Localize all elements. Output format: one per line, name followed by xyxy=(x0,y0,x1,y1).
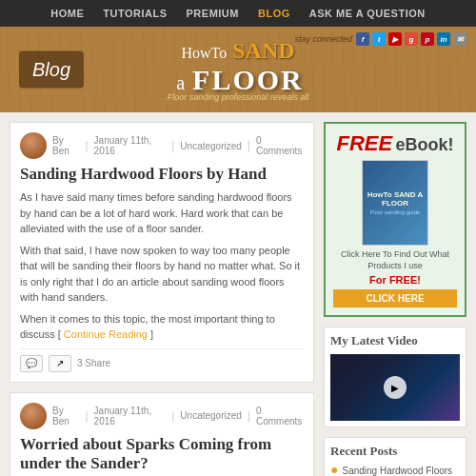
article-2-meta: By Ben | January 11th, 2016 | Uncategori… xyxy=(20,403,304,429)
social-email-icon[interactable]: ✉ xyxy=(453,32,466,46)
social-youtube-icon[interactable]: ▶ xyxy=(388,32,402,46)
nav-blog[interactable]: BLOG xyxy=(258,8,290,19)
ebook-free-label: FREE xyxy=(336,131,392,155)
latest-video-widget: My Latest Video ▶ xyxy=(324,327,466,427)
stay-connected-label: stay connected f t ▶ g p in ✉ xyxy=(294,32,466,46)
site-logo: HowTo SAND a FLOOR Floor sanding profess… xyxy=(168,38,309,102)
ebook-click-button[interactable]: CLICK HERE xyxy=(333,289,457,307)
social-google-icon[interactable]: g xyxy=(405,32,418,46)
logo-floor: FLOOR xyxy=(192,64,304,96)
article-2-title: Worried about Sparks Coming from under t… xyxy=(20,435,304,474)
article-2-author: By Ben xyxy=(52,406,79,426)
nav-tutorials[interactable]: TUTORIALS xyxy=(103,8,167,19)
top-nav: HOME TUTORIALS PREMIUM BLOG ASK ME A QUE… xyxy=(0,0,476,27)
ebook-description: Click Here To Find Out What Products I u… xyxy=(333,249,457,271)
article-1-body2: With that said, I have now spoken to way… xyxy=(20,243,304,306)
article-1-category: Uncategorized xyxy=(180,141,241,151)
ebook-widget: FREE eBook! HowTo SAND A FLOOR Floor san… xyxy=(324,122,466,317)
site-header: stay connected f t ▶ g p in ✉ Blog HowTo… xyxy=(0,27,476,112)
author-avatar-2 xyxy=(20,403,47,429)
share-count-1: 3 Share xyxy=(77,358,110,368)
ebook-ebook-label: eBook! xyxy=(396,135,454,154)
article-2: By Ben | January 11th, 2016 | Uncategori… xyxy=(10,392,314,476)
video-section-title: My Latest Video xyxy=(330,333,460,348)
articles-column: By Ben | January 11th, 2016 | Uncategori… xyxy=(10,122,314,476)
article-2-date: January 11th, 2016 xyxy=(94,406,167,426)
article-1-continue[interactable]: Continue Reading xyxy=(64,328,148,340)
article-1-footer: 💬 ↗ 3 Share xyxy=(20,348,304,372)
article-1-meta: By Ben | January 11th, 2016 | Uncategori… xyxy=(20,132,304,159)
recent-dot-1: ● xyxy=(330,463,338,476)
sidebar: FREE eBook! HowTo SAND A FLOOR Floor san… xyxy=(324,122,466,476)
nav-ask[interactable]: ASK ME A QUESTION xyxy=(309,8,426,19)
social-twitter-icon[interactable]: t xyxy=(372,32,386,46)
social-pinterest-icon[interactable]: p xyxy=(421,32,434,46)
blog-badge: Blog xyxy=(19,51,84,89)
nav-premium[interactable]: PREMIUM xyxy=(187,8,239,19)
comment-icon-1[interactable]: 💬 xyxy=(20,355,43,372)
logo-a: a xyxy=(176,72,185,94)
article-1-comments: 0 Comments xyxy=(256,135,304,156)
social-linkedin-icon[interactable]: in xyxy=(437,32,450,46)
main-content: By Ben | January 11th, 2016 | Uncategori… xyxy=(0,112,476,476)
logo-tagline: Floor sanding professional reveals all xyxy=(168,92,309,102)
share-icon-1[interactable]: ↗ xyxy=(49,355,71,372)
article-1-body1: As I have said many times before sanding… xyxy=(20,189,304,237)
recent-post-item-1[interactable]: ● Sanding Hardwood Floors by Hand xyxy=(330,465,460,476)
article-1-title: Sanding Hardwood Floors by Hand xyxy=(20,165,304,184)
article-2-comments: 0 Comments xyxy=(256,406,304,426)
video-thumbnail[interactable]: ▶ xyxy=(330,354,460,421)
logo-sand: SAND xyxy=(232,38,294,64)
article-1-author: By Ben xyxy=(52,135,79,156)
recent-posts-widget: Recent Posts ● Sanding Hardwood Floors b… xyxy=(324,437,466,476)
social-facebook-icon[interactable]: f xyxy=(356,32,369,46)
nav-home[interactable]: HOME xyxy=(50,8,84,19)
recent-posts-title: Recent Posts xyxy=(330,444,460,459)
logo-howto: HowTo xyxy=(181,45,227,62)
article-2-category: Uncategorized xyxy=(180,410,241,421)
ebook-for-free: For FREE! xyxy=(333,274,457,286)
article-1-body3: When it comes to this topic, the most im… xyxy=(20,311,304,343)
author-avatar-1 xyxy=(20,132,47,159)
ebook-cover-image: HowTo SAND A FLOOR Floor sanding guide xyxy=(362,160,428,246)
article-1: By Ben | January 11th, 2016 | Uncategori… xyxy=(10,122,314,383)
article-1-date: January 11th, 2016 xyxy=(94,135,167,156)
